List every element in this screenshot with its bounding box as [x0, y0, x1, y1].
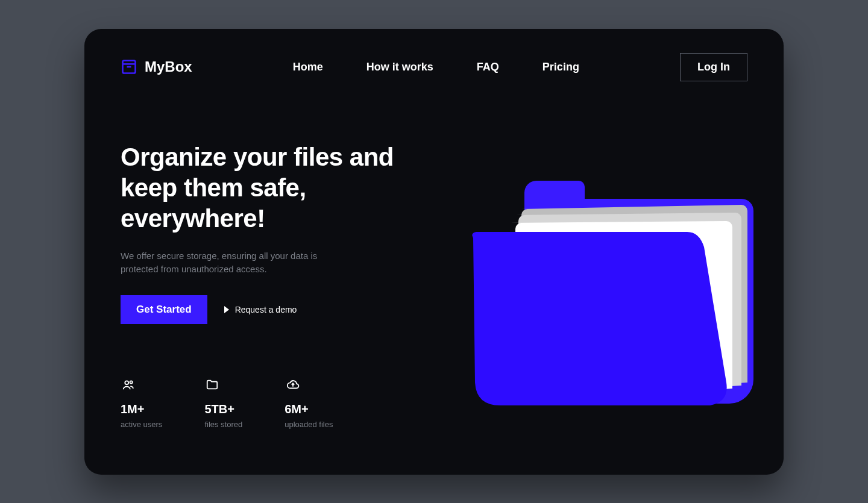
cloud-upload-icon [285, 378, 333, 394]
nav-home[interactable]: Home [293, 61, 323, 73]
stat-label: uploaded files [285, 420, 333, 429]
hero-illustration [434, 142, 747, 429]
svg-point-4 [130, 381, 132, 383]
stat-uploaded-files: 6M+ uploaded files [285, 378, 333, 429]
login-button[interactable]: Log In [680, 53, 747, 81]
users-icon [121, 378, 162, 394]
request-demo-link[interactable]: Request a demo [224, 305, 297, 314]
box-icon [121, 58, 137, 75]
stat-active-users: 1M+ active users [121, 378, 162, 429]
cta-row: Get Started Request a demo [121, 295, 434, 324]
play-icon [224, 306, 229, 313]
hero: Organize your files and keep them safe, … [121, 142, 747, 429]
stat-value: 5TB+ [204, 402, 242, 416]
nav-faq[interactable]: FAQ [477, 61, 499, 73]
primary-nav: Home How it works FAQ Pricing [293, 61, 579, 73]
get-started-button[interactable]: Get Started [121, 295, 207, 324]
subheadline: We offer secure storage, ensuring all yo… [121, 249, 350, 276]
brand: MyBox [121, 58, 192, 75]
stats-row: 1M+ active users 5TB+ files stored [121, 378, 434, 429]
request-demo-label: Request a demo [235, 305, 297, 314]
stat-label: active users [121, 420, 162, 429]
brand-name: MyBox [145, 58, 192, 75]
stat-value: 6M+ [285, 402, 333, 416]
stat-value: 1M+ [121, 402, 162, 416]
svg-point-3 [125, 381, 128, 384]
stat-label: files stored [204, 420, 242, 429]
folder-icon [204, 378, 242, 394]
nav-pricing[interactable]: Pricing [542, 61, 579, 73]
hero-copy: Organize your files and keep them safe, … [121, 142, 434, 429]
landing-card: MyBox Home How it works FAQ Pricing Log … [84, 29, 784, 475]
stat-files-stored: 5TB+ files stored [204, 378, 242, 429]
header: MyBox Home How it works FAQ Pricing Log … [121, 53, 747, 81]
headline: Organize your files and keep them safe, … [121, 142, 434, 234]
nav-how-it-works[interactable]: How it works [366, 61, 433, 73]
folder-illustration-icon [458, 166, 772, 419]
